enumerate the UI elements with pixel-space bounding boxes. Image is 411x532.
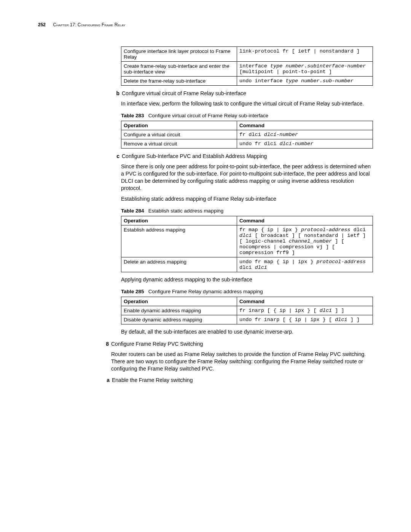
cmd-cell: interface type number.subinterface-numbe… xyxy=(237,62,373,77)
item-8: 8 Configure Frame Relay PVC Switching xyxy=(100,341,373,347)
table-header-row: Operation Command xyxy=(121,216,373,225)
table-283: Operation Command Configure a virtual ci… xyxy=(121,121,373,149)
table-283-wrap: Operation Command Configure a virtual ci… xyxy=(121,121,373,149)
table-row: Configure a virtual circuit fr dlci dlci… xyxy=(121,130,373,139)
item-b-heading: Configure virtual circuit of Frame Relay… xyxy=(122,90,373,96)
table-285-wrap: Operation Command Enable dynamic address… xyxy=(121,297,373,324)
cmd-cell: undo fr map { ip | ipx } protocol-addres… xyxy=(237,257,373,272)
page-header: 252 Chapter 17: Configuring Frame Relay xyxy=(38,22,373,27)
op-cell: Configure interface link layer protocol … xyxy=(121,47,237,62)
table-row: Delete an address mapping undo fr map { … xyxy=(121,257,373,272)
op-cell: Remove a virtual circuit xyxy=(121,139,237,148)
table-header-row: Operation Command xyxy=(121,121,373,130)
item-c-para1: Since there is only one peer address for… xyxy=(121,163,373,192)
op-cell: Delete an address mapping xyxy=(121,257,237,272)
th-command: Command xyxy=(237,216,373,225)
list-marker-b: b xyxy=(111,90,122,96)
table-283-caption: Table 283 Configure virtual circuit of F… xyxy=(121,113,373,118)
th-operation: Operation xyxy=(121,216,237,225)
th-command: Command xyxy=(237,121,373,130)
table-row: Establish address mapping fr map { ip | … xyxy=(121,225,373,257)
item-8a-text: Enable the Frame Relay switching xyxy=(112,377,373,383)
table-284-wrap: Operation Command Establish address mapp… xyxy=(121,216,373,272)
item-c-para4: By default, all the sub-interfaces are e… xyxy=(121,328,373,335)
cmd-cell: link-protocol fr [ ietf | nonstandard ] xyxy=(237,47,373,62)
table-row: Create frame-relay sub-interface and ent… xyxy=(121,62,373,77)
item-c-heading: Configure Sub-Interface PVC and Establis… xyxy=(122,153,373,159)
table-row: Enable dynamic address mapping fr inarp … xyxy=(121,306,373,315)
th-operation: Operation xyxy=(121,297,237,306)
table-row: Disable dynamic address mapping undo fr … xyxy=(121,315,373,324)
page: 252 Chapter 17: Configuring Frame Relay … xyxy=(0,0,411,414)
op-cell: Establish address mapping xyxy=(121,225,237,257)
table-header-row: Operation Command xyxy=(121,297,373,306)
item-8a: a Enable the Frame Relay switching xyxy=(101,377,373,383)
item-b: b Configure virtual circuit of Frame Rel… xyxy=(111,90,373,96)
op-cell: Configure a virtual circuit xyxy=(121,130,237,139)
item-c-para2: Establishing static address mapping of F… xyxy=(121,195,373,203)
cmd-cell: undo fr inarp [ { ip | ipx } [ dlci ] ] xyxy=(237,315,373,324)
item-8-heading: Configure Frame Relay PVC Switching xyxy=(111,341,373,347)
cmd-cell: fr dlci dlci-number xyxy=(237,130,373,139)
table-285: Operation Command Enable dynamic address… xyxy=(121,297,373,324)
cmd-cell: undo fr dlci dlci-number xyxy=(237,139,373,148)
item-c-para3: Applying dynamic address mapping to the … xyxy=(121,276,373,283)
list-marker-8: 8 xyxy=(100,341,111,347)
chapter-title: Chapter 17: Configuring Frame Relay xyxy=(53,22,125,27)
main-content: Configure interface link layer protocol … xyxy=(111,46,373,383)
table-284: Operation Command Establish address mapp… xyxy=(121,216,373,272)
table-row: Remove a virtual circuit undo fr dlci dl… xyxy=(121,139,373,148)
op-cell: Delete the frame-relay sub-interface xyxy=(121,77,237,86)
table-top-wrap: Configure interface link layer protocol … xyxy=(121,46,373,86)
table-284-caption: Table 284 Establish static address mappi… xyxy=(121,208,373,214)
list-marker-a: a xyxy=(101,377,112,383)
th-operation: Operation xyxy=(121,121,237,130)
item-8-para: Router routers can be used as Frame Rela… xyxy=(111,351,373,372)
th-command: Command xyxy=(237,297,373,306)
item-b-para: In interface view, perform the following… xyxy=(121,100,373,107)
op-cell: Create frame-relay sub-interface and ent… xyxy=(121,62,237,77)
table-row: Configure interface link layer protocol … xyxy=(121,47,373,62)
cmd-cell: undo interface type number.sub-number xyxy=(237,77,373,86)
page-number: 252 xyxy=(38,22,46,27)
cmd-cell: fr inarp [ { ip | ipx } [ dlci ] ] xyxy=(237,306,373,315)
op-cell: Disable dynamic address mapping xyxy=(121,315,237,324)
op-cell: Enable dynamic address mapping xyxy=(121,306,237,315)
item-c: c Configure Sub-Interface PVC and Establ… xyxy=(111,153,373,159)
list-marker-c: c xyxy=(111,153,122,159)
table-285-caption: Table 285 Configure Frame Relay dynamic … xyxy=(121,289,373,294)
table-row: Delete the frame-relay sub-interface und… xyxy=(121,77,373,86)
table-top: Configure interface link layer protocol … xyxy=(121,46,373,86)
cmd-cell: fr map { ip | ipx } protocol-address dlc… xyxy=(237,225,373,257)
